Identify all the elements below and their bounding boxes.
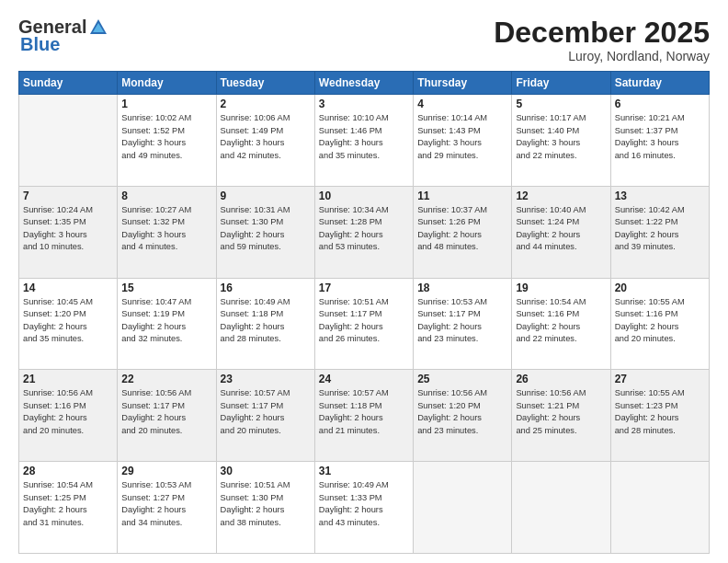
day-number: 31 xyxy=(319,465,409,477)
calendar-row: 21Sunrise: 10:56 AMSunset: 1:16 PMDaylig… xyxy=(19,370,710,462)
table-cell: 30Sunrise: 10:51 AMSunset: 1:30 PMDaylig… xyxy=(216,462,314,554)
day-number: 16 xyxy=(221,282,311,294)
day-info: Sunrise: 10:49 AMSunset: 1:33 PMDaylight… xyxy=(319,479,409,529)
day-number: 15 xyxy=(121,282,211,294)
day-number: 22 xyxy=(121,373,211,385)
page: General Blue December 2025 Luroy, Nordla… xyxy=(0,0,728,563)
day-number: 4 xyxy=(417,98,507,110)
col-thursday: Thursday xyxy=(414,72,512,95)
table-cell xyxy=(414,462,512,554)
day-number: 24 xyxy=(319,373,409,385)
day-number: 26 xyxy=(516,373,606,385)
table-cell: 29Sunrise: 10:53 AMSunset: 1:27 PMDaylig… xyxy=(118,462,216,554)
day-number: 13 xyxy=(615,190,705,202)
col-monday: Monday xyxy=(118,72,216,95)
table-cell: 24Sunrise: 10:57 AMSunset: 1:18 PMDaylig… xyxy=(314,370,413,462)
table-cell xyxy=(512,462,610,554)
day-info: Sunrise: 10:14 AMSunset: 1:43 PMDaylight… xyxy=(417,112,507,162)
day-number: 12 xyxy=(516,190,606,202)
day-number: 3 xyxy=(319,98,409,110)
logo: General Blue xyxy=(18,17,108,55)
calendar-row: 1Sunrise: 10:02 AMSunset: 1:52 PMDayligh… xyxy=(19,95,710,187)
logo-icon xyxy=(88,17,108,38)
day-info: Sunrise: 10:27 AMSunset: 1:32 PMDaylight… xyxy=(121,204,211,254)
day-number: 11 xyxy=(417,190,507,202)
day-info: Sunrise: 10:51 AMSunset: 1:30 PMDaylight… xyxy=(221,479,311,529)
table-cell: 7Sunrise: 10:24 AMSunset: 1:35 PMDayligh… xyxy=(19,186,118,278)
table-cell: 6Sunrise: 10:21 AMSunset: 1:37 PMDayligh… xyxy=(610,95,709,187)
calendar-header-row: Sunday Monday Tuesday Wednesday Thursday… xyxy=(19,72,710,95)
table-cell: 5Sunrise: 10:17 AMSunset: 1:40 PMDayligh… xyxy=(512,95,610,187)
table-cell xyxy=(610,462,709,554)
table-cell: 14Sunrise: 10:45 AMSunset: 1:20 PMDaylig… xyxy=(19,278,118,370)
day-info: Sunrise: 10:21 AMSunset: 1:37 PMDaylight… xyxy=(615,112,705,162)
calendar-row: 28Sunrise: 10:54 AMSunset: 1:25 PMDaylig… xyxy=(19,462,710,554)
title-area: December 2025 Luroy, Nordland, Norway xyxy=(494,17,710,63)
day-info: Sunrise: 10:53 AMSunset: 1:17 PMDaylight… xyxy=(417,296,507,346)
day-info: Sunrise: 10:56 AMSunset: 1:20 PMDaylight… xyxy=(417,387,507,437)
table-cell: 26Sunrise: 10:56 AMSunset: 1:21 PMDaylig… xyxy=(512,370,610,462)
table-cell: 31Sunrise: 10:49 AMSunset: 1:33 PMDaylig… xyxy=(314,462,413,554)
table-cell: 16Sunrise: 10:49 AMSunset: 1:18 PMDaylig… xyxy=(216,278,314,370)
col-wednesday: Wednesday xyxy=(314,72,413,95)
table-cell: 8Sunrise: 10:27 AMSunset: 1:32 PMDayligh… xyxy=(118,186,216,278)
day-number: 20 xyxy=(615,282,705,294)
table-cell: 27Sunrise: 10:55 AMSunset: 1:23 PMDaylig… xyxy=(610,370,709,462)
day-info: Sunrise: 10:54 AMSunset: 1:16 PMDaylight… xyxy=(516,296,606,346)
day-info: Sunrise: 10:56 AMSunset: 1:16 PMDaylight… xyxy=(23,387,113,437)
day-info: Sunrise: 10:45 AMSunset: 1:20 PMDaylight… xyxy=(23,296,113,346)
day-info: Sunrise: 10:31 AMSunset: 1:30 PMDaylight… xyxy=(221,204,311,254)
day-info: Sunrise: 10:37 AMSunset: 1:26 PMDaylight… xyxy=(417,204,507,254)
day-number: 27 xyxy=(615,373,705,385)
col-sunday: Sunday xyxy=(19,72,118,95)
table-cell: 18Sunrise: 10:53 AMSunset: 1:17 PMDaylig… xyxy=(414,278,512,370)
table-cell: 13Sunrise: 10:42 AMSunset: 1:22 PMDaylig… xyxy=(610,186,709,278)
subtitle: Luroy, Nordland, Norway xyxy=(494,49,710,63)
calendar-row: 7Sunrise: 10:24 AMSunset: 1:35 PMDayligh… xyxy=(19,186,710,278)
table-cell: 23Sunrise: 10:57 AMSunset: 1:17 PMDaylig… xyxy=(216,370,314,462)
table-cell: 25Sunrise: 10:56 AMSunset: 1:20 PMDaylig… xyxy=(414,370,512,462)
day-number: 7 xyxy=(23,190,113,202)
day-info: Sunrise: 10:54 AMSunset: 1:25 PMDaylight… xyxy=(23,479,113,529)
table-cell: 12Sunrise: 10:40 AMSunset: 1:24 PMDaylig… xyxy=(512,186,610,278)
day-info: Sunrise: 10:10 AMSunset: 1:46 PMDaylight… xyxy=(319,112,409,162)
day-number: 8 xyxy=(121,190,211,202)
calendar-row: 14Sunrise: 10:45 AMSunset: 1:20 PMDaylig… xyxy=(19,278,710,370)
day-number: 9 xyxy=(221,190,311,202)
table-cell: 9Sunrise: 10:31 AMSunset: 1:30 PMDayligh… xyxy=(216,186,314,278)
col-saturday: Saturday xyxy=(610,72,709,95)
calendar-table: Sunday Monday Tuesday Wednesday Thursday… xyxy=(18,71,710,554)
day-info: Sunrise: 10:02 AMSunset: 1:52 PMDaylight… xyxy=(121,112,211,162)
header: General Blue December 2025 Luroy, Nordla… xyxy=(18,17,710,63)
day-number: 19 xyxy=(516,282,606,294)
day-info: Sunrise: 10:34 AMSunset: 1:28 PMDaylight… xyxy=(319,204,409,254)
table-cell: 22Sunrise: 10:56 AMSunset: 1:17 PMDaylig… xyxy=(118,370,216,462)
logo-blue: Blue xyxy=(20,34,60,55)
day-number: 25 xyxy=(417,373,507,385)
table-cell: 21Sunrise: 10:56 AMSunset: 1:16 PMDaylig… xyxy=(19,370,118,462)
day-number: 17 xyxy=(319,282,409,294)
day-number: 21 xyxy=(23,373,113,385)
day-info: Sunrise: 10:17 AMSunset: 1:40 PMDaylight… xyxy=(516,112,606,162)
col-friday: Friday xyxy=(512,72,610,95)
table-cell: 10Sunrise: 10:34 AMSunset: 1:28 PMDaylig… xyxy=(314,186,413,278)
day-number: 18 xyxy=(417,282,507,294)
day-info: Sunrise: 10:49 AMSunset: 1:18 PMDaylight… xyxy=(221,296,311,346)
table-cell xyxy=(19,95,118,187)
table-cell: 4Sunrise: 10:14 AMSunset: 1:43 PMDayligh… xyxy=(414,95,512,187)
day-info: Sunrise: 10:57 AMSunset: 1:18 PMDaylight… xyxy=(319,387,409,437)
table-cell: 20Sunrise: 10:55 AMSunset: 1:16 PMDaylig… xyxy=(610,278,709,370)
day-info: Sunrise: 10:42 AMSunset: 1:22 PMDaylight… xyxy=(615,204,705,254)
day-number: 5 xyxy=(516,98,606,110)
table-cell: 15Sunrise: 10:47 AMSunset: 1:19 PMDaylig… xyxy=(118,278,216,370)
day-info: Sunrise: 10:57 AMSunset: 1:17 PMDaylight… xyxy=(221,387,311,437)
day-number: 1 xyxy=(121,98,211,110)
day-number: 14 xyxy=(23,282,113,294)
day-info: Sunrise: 10:56 AMSunset: 1:21 PMDaylight… xyxy=(516,387,606,437)
day-number: 2 xyxy=(221,98,311,110)
day-info: Sunrise: 10:24 AMSunset: 1:35 PMDaylight… xyxy=(23,204,113,254)
month-title: December 2025 xyxy=(494,17,710,49)
table-cell: 1Sunrise: 10:02 AMSunset: 1:52 PMDayligh… xyxy=(118,95,216,187)
table-cell: 19Sunrise: 10:54 AMSunset: 1:16 PMDaylig… xyxy=(512,278,610,370)
day-number: 23 xyxy=(221,373,311,385)
